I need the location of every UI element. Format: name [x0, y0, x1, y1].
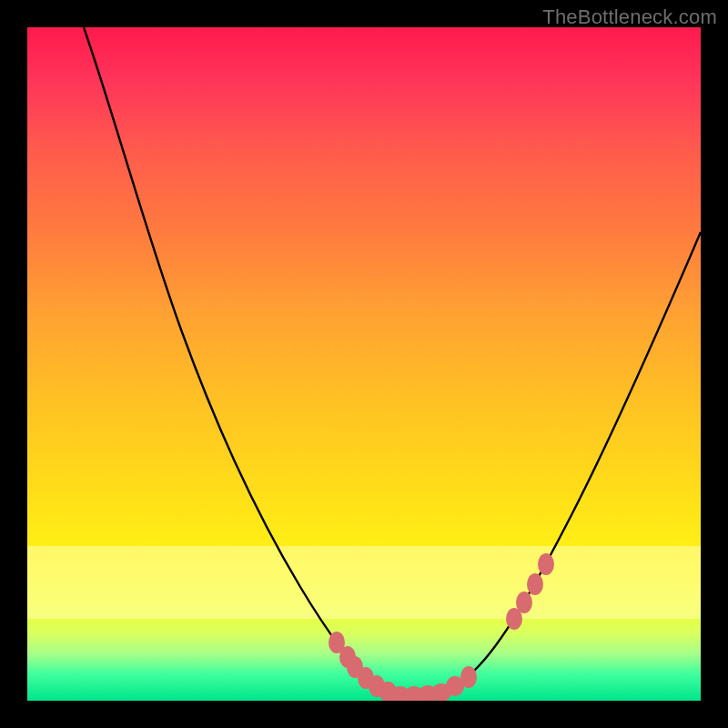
outer-frame: TheBottleneck.com — [0, 0, 728, 728]
svg-point-11 — [460, 666, 477, 688]
svg-point-15 — [538, 553, 554, 575]
svg-point-13 — [516, 592, 532, 613]
plot-area — [27, 27, 701, 701]
svg-point-14 — [527, 573, 543, 595]
chart-svg — [27, 27, 701, 701]
marker-cluster-left — [329, 632, 477, 701]
attribution-text: TheBottleneck.com — [542, 5, 717, 29]
pale-band — [27, 546, 701, 619]
